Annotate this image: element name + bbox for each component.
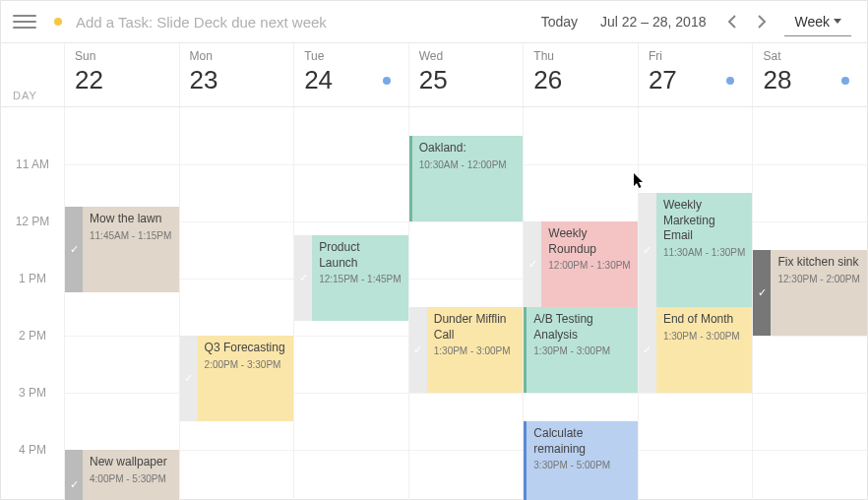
- event-weekly-roundup[interactable]: ✓ Weekly Roundup12:00PM - 1:30PM: [524, 221, 638, 307]
- event-new-wallpaper[interactable]: ✓ New wallpaper4:00PM - 5:30PM: [65, 450, 179, 500]
- day-num: 26: [533, 65, 628, 95]
- event-time: 1:30PM - 3:00PM: [434, 344, 517, 357]
- day-abbr: Sat: [763, 49, 857, 63]
- check-icon: ✓: [409, 307, 427, 393]
- next-week-button[interactable]: [747, 7, 776, 36]
- hour-label: 2 PM: [1, 329, 64, 343]
- day-header-tue[interactable]: Tue 24: [293, 43, 408, 106]
- event-ab-testing[interactable]: A/B Testing Analysis1:30PM - 3:00PM: [524, 307, 638, 393]
- day-num: 22: [75, 65, 169, 95]
- event-q3-forecasting[interactable]: ✓ Q3 Forecasting2:00PM - 3:30PM: [180, 336, 294, 421]
- hour-label: 3 PM: [1, 386, 64, 400]
- event-time: 2:00PM - 3:30PM: [205, 358, 287, 371]
- event-title: A/B Testing Analysis: [533, 312, 631, 343]
- event-title: End of Month: [663, 312, 746, 328]
- day-abbr: Wed: [419, 49, 514, 63]
- check-icon: ✓: [639, 193, 656, 307]
- day-abbr: Sun: [75, 49, 169, 63]
- day-abbr: Mon: [190, 49, 284, 63]
- event-fix-sink[interactable]: ✓ Fix kitchen sink12:30PM - 2:00PM: [753, 250, 867, 336]
- event-oakland[interactable]: Oakland:10:30AM - 12:00PM: [409, 136, 524, 221]
- chevron-down-icon: [834, 19, 841, 25]
- day-col-fri[interactable]: ✓ Weekly Marketing Email11:30AM - 1:30PM…: [638, 107, 753, 500]
- check-icon: ✓: [65, 450, 83, 500]
- calendar-grid: DAY 11 AM 12 PM 1 PM 2 PM 3 PM 4 PM ✓ Mo…: [1, 107, 867, 500]
- check-icon: ✓: [180, 336, 198, 421]
- check-icon: ✓: [753, 250, 771, 336]
- day-num: 25: [419, 65, 514, 95]
- event-calculate-remaining[interactable]: Calculate remaining3:30PM - 5:00PM: [524, 421, 638, 500]
- event-time: 12:00PM - 1:30PM: [548, 259, 631, 272]
- date-range-label: Jul 22 – 28, 2018: [589, 8, 717, 35]
- day-header-thu[interactable]: Thu 26: [523, 43, 638, 106]
- event-title: Q3 Forecasting: [205, 341, 287, 356]
- chevron-left-icon: [727, 15, 737, 29]
- check-icon: ✓: [65, 207, 83, 292]
- day-header-sun[interactable]: Sun 22: [64, 43, 179, 106]
- event-title: Mow the lawn: [90, 212, 172, 227]
- hour-label: 4 PM: [1, 443, 64, 457]
- day-col-sun[interactable]: ✓ Mow the lawn11:45AM - 1:15PM ✓ New wal…: [64, 107, 179, 500]
- event-title: Oakland:: [419, 141, 517, 156]
- prev-week-button[interactable]: [717, 7, 747, 36]
- event-title: Fix kitchen sink: [777, 255, 860, 271]
- day-abbr: Fri: [649, 49, 743, 63]
- hour-label: 12 PM: [1, 215, 64, 228]
- check-icon: ✓: [294, 235, 312, 321]
- day-header-mon[interactable]: Mon 23: [179, 43, 294, 106]
- check-icon: ✓: [639, 307, 656, 393]
- event-mow-lawn[interactable]: ✓ Mow the lawn11:45AM - 1:15PM: [65, 207, 179, 292]
- event-time: 11:45AM - 1:15PM: [90, 229, 172, 242]
- view-select[interactable]: Week: [784, 8, 851, 36]
- event-time: 4:00PM - 5:30PM: [90, 472, 172, 485]
- day-num: 23: [190, 65, 284, 95]
- toolbar: Add a Task: Slide Deck due next week Tod…: [1, 1, 867, 43]
- event-title: Weekly Roundup: [548, 226, 631, 257]
- event-time: 1:30PM - 3:00PM: [663, 330, 746, 343]
- day-col-tue[interactable]: ✓ Product Launch12:15PM - 1:45PM: [293, 107, 408, 500]
- day-col-thu[interactable]: ✓ Weekly Roundup12:00PM - 1:30PM A/B Tes…: [523, 107, 638, 500]
- day-col-sat[interactable]: ✓ Fix kitchen sink12:30PM - 2:00PM: [752, 107, 867, 500]
- event-product-launch[interactable]: ✓ Product Launch12:15PM - 1:45PM: [294, 235, 408, 321]
- event-title: New wallpaper: [90, 455, 172, 470]
- task-dot-icon: [54, 18, 62, 26]
- event-title: Weekly Marketing Email: [663, 198, 746, 244]
- chevron-right-icon: [757, 15, 767, 29]
- view-select-label: Week: [794, 14, 830, 30]
- menu-icon[interactable]: [9, 6, 40, 37]
- event-time: 1:30PM - 3:00PM: [533, 344, 631, 357]
- calendar-app: Add a Task: Slide Deck due next week Tod…: [0, 0, 868, 500]
- event-weekly-marketing[interactable]: ✓ Weekly Marketing Email11:30AM - 1:30PM: [639, 193, 753, 307]
- event-title: Calculate remaining: [533, 426, 631, 457]
- day-abbr: Tue: [304, 49, 399, 63]
- indicator-dot-icon: [841, 77, 849, 85]
- day-col-wed[interactable]: Oakland:10:30AM - 12:00PM ✓ Dunder Miffl…: [408, 107, 524, 500]
- time-column: DAY 11 AM 12 PM 1 PM 2 PM 3 PM 4 PM: [1, 107, 64, 500]
- indicator-dot-icon: [383, 77, 391, 85]
- hour-label: 1 PM: [1, 272, 64, 285]
- event-title: Product Launch: [319, 240, 402, 271]
- event-time: 12:15PM - 1:45PM: [319, 273, 402, 285]
- day-header-fri[interactable]: Fri 27: [638, 43, 753, 106]
- event-end-of-month[interactable]: ✓ End of Month1:30PM - 3:00PM: [639, 307, 753, 393]
- check-icon: ✓: [524, 221, 541, 307]
- event-time: 3:30PM - 5:00PM: [533, 459, 631, 471]
- event-time: 11:30AM - 1:30PM: [663, 246, 746, 259]
- event-dunder-mifflin[interactable]: ✓ Dunder Mifflin Call1:30PM - 3:00PM: [409, 307, 524, 393]
- hour-label: 11 AM: [1, 157, 64, 171]
- day-label: DAY: [13, 90, 37, 101]
- event-time: 12:30PM - 2:00PM: [777, 273, 860, 285]
- day-headers: Sun 22 Mon 23 Tue 24 Wed 25 Thu 26 Fri 2…: [1, 43, 867, 107]
- today-button[interactable]: Today: [530, 7, 589, 36]
- day-header-wed[interactable]: Wed 25: [408, 43, 524, 106]
- event-time: 10:30AM - 12:00PM: [419, 158, 517, 171]
- day-col-mon[interactable]: ✓ Q3 Forecasting2:00PM - 3:30PM: [179, 107, 294, 500]
- day-columns: ✓ Mow the lawn11:45AM - 1:15PM ✓ New wal…: [64, 107, 867, 500]
- day-abbr: Thu: [533, 49, 628, 63]
- add-task-input[interactable]: Add a Task: Slide Deck due next week: [72, 10, 530, 34]
- event-title: Dunder Mifflin Call: [434, 312, 517, 343]
- day-header-sat[interactable]: Sat 28: [752, 43, 867, 106]
